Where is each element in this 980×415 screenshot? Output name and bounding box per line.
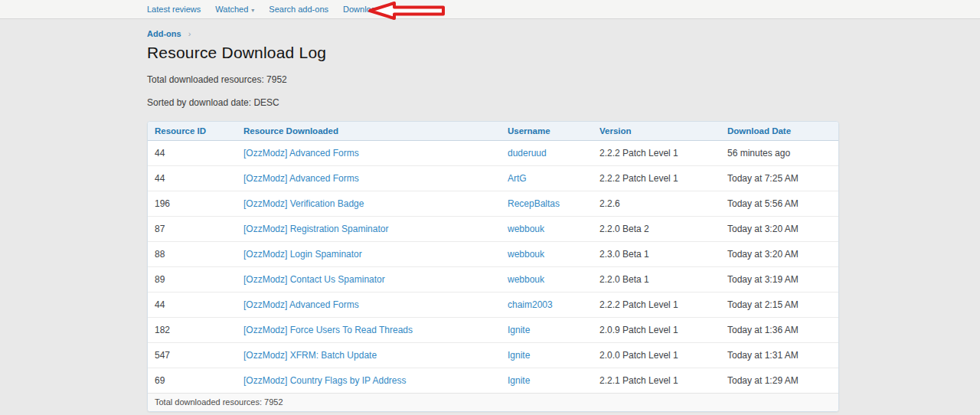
column-header-resource-id[interactable]: Resource ID (148, 122, 237, 141)
cell-version: 2.0.9 Patch Level 1 (593, 318, 720, 343)
breadcrumb: Add-ons › (147, 19, 839, 38)
total-resources-text: Total downloaded resources: 7952 (147, 74, 839, 85)
username-link[interactable]: Ignite (508, 375, 530, 386)
cell-version: 2.3.0 Beta 1 (593, 242, 720, 267)
table-row: 87 [OzzModz] Registration Spaminator web… (148, 217, 839, 242)
username-link[interactable]: webbouk (508, 274, 544, 285)
cell-resource-id: 44 (148, 166, 237, 191)
resource-link[interactable]: [OzzModz] Login Spaminator (243, 249, 362, 260)
username-link[interactable]: webbouk (508, 224, 544, 234)
username-link[interactable]: Ignite (508, 325, 530, 335)
cell-resource-id: 89 (148, 267, 237, 292)
cell-resource-id: 196 (148, 191, 237, 217)
cell-download-date: Today at 3:20 AM (720, 217, 839, 242)
cell-version: 2.2.1 Patch Level 1 (593, 368, 720, 394)
username-link[interactable]: RecepBaltas (508, 198, 560, 209)
top-navbar: Latest reviews Watched ▾ Search add-ons … (0, 0, 980, 19)
table-row: 44 [OzzModz] Advanced Forms duderuud 2.2… (148, 141, 839, 166)
cell-resource-id: 87 (148, 217, 237, 242)
cell-download-date: Today at 1:36 AM (720, 318, 839, 343)
table-row: 182 [OzzModz] Force Users To Read Thread… (148, 318, 839, 343)
page-title: Resource Download Log (147, 44, 839, 62)
cell-version: 2.0.0 Patch Level 1 (593, 343, 720, 368)
cell-resource-id: 182 (148, 318, 237, 343)
nav-link-watched-label: Watched (215, 5, 248, 14)
cell-resource-id: 44 (148, 141, 237, 166)
resource-link[interactable]: [OzzModz] Force Users To Read Threads (243, 325, 413, 335)
resource-link[interactable]: [OzzModz] Country Flags by IP Address (243, 375, 407, 386)
table-row: 44 [OzzModz] Advanced Forms ArtG 2.2.2 P… (148, 166, 839, 191)
download-log-table: Resource ID Resource Downloaded Username… (148, 122, 839, 393)
nav-link-watched[interactable]: Watched ▾ (215, 5, 254, 14)
nav-link-download-log[interactable]: Download Log (343, 5, 397, 14)
username-link[interactable]: chaim2003 (508, 299, 553, 310)
cell-version: 2.2.0 Beta 2 (593, 217, 720, 242)
username-link[interactable]: ArtG (508, 173, 527, 184)
resource-link[interactable]: [OzzModz] Registration Spaminator (243, 224, 388, 234)
breadcrumb-separator-icon: › (188, 29, 191, 38)
table-row: 69 [OzzModz] Country Flags by IP Address… (148, 368, 839, 394)
cell-download-date: Today at 3:19 AM (720, 267, 839, 292)
column-header-username[interactable]: Username (501, 122, 593, 141)
table-row: 44 [OzzModz] Advanced Forms chaim2003 2.… (148, 292, 839, 318)
breadcrumb-link-add-ons[interactable]: Add-ons (147, 29, 181, 38)
table-row: 547 [OzzModz] XFRM: Batch Update Ignite … (148, 343, 839, 368)
resource-link[interactable]: [OzzModz] XFRM: Batch Update (243, 350, 377, 361)
column-header-version[interactable]: Version (593, 122, 720, 141)
cell-resource-id: 88 (148, 242, 237, 267)
username-link[interactable]: webbouk (508, 249, 544, 260)
cell-download-date: Today at 5:56 AM (720, 191, 839, 217)
table-row: 89 [OzzModz] Contact Us Spaminator webbo… (148, 267, 839, 292)
resource-link[interactable]: [OzzModz] Verification Badge (243, 198, 364, 209)
table-row: 196 [OzzModz] Verification Badge RecepBa… (148, 191, 839, 217)
resource-link[interactable]: [OzzModz] Advanced Forms (243, 173, 359, 184)
cell-version: 2.2.0 Beta 1 (593, 267, 720, 292)
cell-version: 2.2.6 (593, 191, 720, 217)
cell-download-date: Today at 7:25 AM (720, 166, 839, 191)
cell-version: 2.2.2 Patch Level 1 (593, 292, 720, 318)
column-header-resource-downloaded[interactable]: Resource Downloaded (237, 122, 501, 141)
username-link[interactable]: Ignite (508, 350, 530, 361)
resource-link[interactable]: [OzzModz] Advanced Forms (243, 299, 359, 310)
nav-link-search-add-ons[interactable]: Search add-ons (269, 5, 328, 14)
cell-version: 2.2.2 Patch Level 1 (593, 141, 720, 166)
column-header-download-date[interactable]: Download Date (720, 122, 839, 141)
username-link[interactable]: duderuud (508, 148, 547, 158)
resource-link[interactable]: [OzzModz] Advanced Forms (243, 148, 359, 158)
cell-download-date: 56 minutes ago (720, 141, 839, 166)
cell-resource-id: 44 (148, 292, 237, 318)
table-row: 88 [OzzModz] Login Spaminator webbouk 2.… (148, 242, 839, 267)
resource-link[interactable]: [OzzModz] Contact Us Spaminator (243, 274, 385, 285)
main-content: Add-ons › Resource Download Log Total do… (147, 19, 839, 415)
nav-link-latest-reviews[interactable]: Latest reviews (147, 5, 201, 14)
cell-version: 2.2.2 Patch Level 1 (593, 166, 720, 191)
cell-download-date: Today at 1:29 AM (720, 368, 839, 394)
table-header-row: Resource ID Resource Downloaded Username… (148, 122, 839, 141)
cell-download-date: Today at 2:15 AM (720, 292, 839, 318)
sort-order-text: Sorted by download date: DESC (147, 97, 839, 108)
cell-resource-id: 547 (148, 343, 237, 368)
cell-download-date: Today at 1:31 AM (720, 343, 839, 368)
cell-resource-id: 69 (148, 368, 237, 394)
cell-download-date: Today at 3:20 AM (720, 242, 839, 267)
table-footer-total: Total downloaded resources: 7952 (148, 393, 838, 411)
chevron-down-icon: ▾ (251, 7, 254, 14)
download-log-table-block: Resource ID Resource Downloaded Username… (147, 121, 839, 412)
